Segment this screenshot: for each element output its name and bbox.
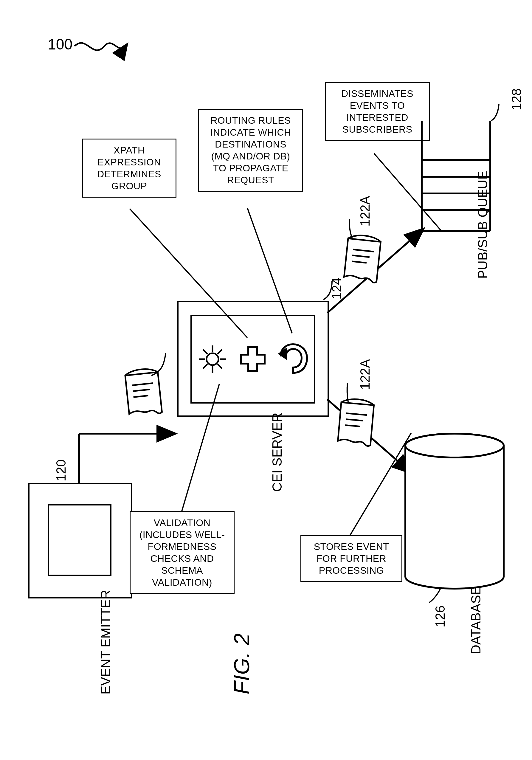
svg-line-12 — [203, 364, 208, 369]
plus-icon — [238, 344, 267, 374]
pubsub-queue-ref: 128 — [509, 88, 524, 110]
route-arrow-icon — [276, 341, 309, 377]
event-emitter-label: EVENT EMITTER — [98, 590, 113, 694]
svg-point-35 — [405, 434, 504, 457]
event-out-top-ref: 122A — [358, 196, 372, 226]
database-ref: 126 — [433, 606, 448, 627]
event-emitter-screen — [48, 504, 112, 576]
svg-line-19 — [350, 433, 411, 535]
event-out-bottom-ref: 122A — [358, 359, 372, 390]
svg-point-5 — [207, 353, 218, 365]
svg-line-27 — [345, 425, 360, 426]
svg-line-26 — [346, 419, 363, 421]
note-routing: ROUTING RULES INDICATE WHICH DESTINATION… — [198, 109, 303, 192]
cei-server — [177, 301, 329, 417]
pubsub-queue-label: PUB/SUB QUEUE — [475, 171, 490, 279]
svg-point-36 — [405, 434, 504, 457]
svg-line-22 — [352, 256, 369, 257]
cei-server-ref: 124 — [329, 278, 344, 300]
cei-server-label: CEI SERVER — [270, 412, 285, 492]
svg-line-24 — [327, 400, 411, 472]
svg-line-21 — [353, 250, 374, 252]
note-validation-text: VALIDATION (INCLUDES WELL-FORMEDNESS CHE… — [139, 517, 225, 588]
svg-line-17 — [374, 154, 442, 231]
note-stores-text: STORES EVENT FOR FURTHER PROCESSING — [314, 541, 389, 576]
note-validation: VALIDATION (INCLUDES WELL-FORMEDNESS CHE… — [130, 511, 235, 594]
note-disseminates-text: DISSEMINATES EVENTS TO INTERESTED SUBSCR… — [341, 88, 413, 135]
note-xpath: XPATH EXPRESSION DETERMINES GROUP — [82, 139, 176, 198]
svg-line-11 — [218, 364, 222, 369]
note-stores: STORES EVENT FOR FURTHER PROCESSING — [300, 535, 402, 582]
event-emitter-ref: 120 — [54, 459, 69, 481]
note-routing-text: ROUTING RULES INDICATE WHICH DESTINATION… — [210, 115, 291, 185]
svg-line-23 — [352, 261, 366, 263]
figure-label: FIG. 2 — [229, 633, 254, 694]
svg-line-10 — [203, 350, 208, 354]
cei-server-inner — [190, 315, 315, 404]
figure-ref: 100 — [48, 36, 73, 53]
note-xpath-text: XPATH EXPRESSION DETERMINES GROUP — [97, 145, 161, 191]
svg-line-25 — [346, 413, 367, 415]
database-label: DATABASE — [468, 586, 483, 654]
event-emitter — [28, 483, 132, 598]
svg-line-3 — [133, 390, 150, 391]
svg-line-13 — [218, 350, 222, 354]
note-disseminates: DISSEMINATES EVENTS TO INTERESTED SUBSCR… — [325, 82, 430, 141]
svg-line-4 — [133, 396, 148, 397]
svg-line-20 — [327, 229, 423, 313]
svg-line-2 — [132, 383, 153, 385]
sun-icon — [196, 343, 229, 375]
